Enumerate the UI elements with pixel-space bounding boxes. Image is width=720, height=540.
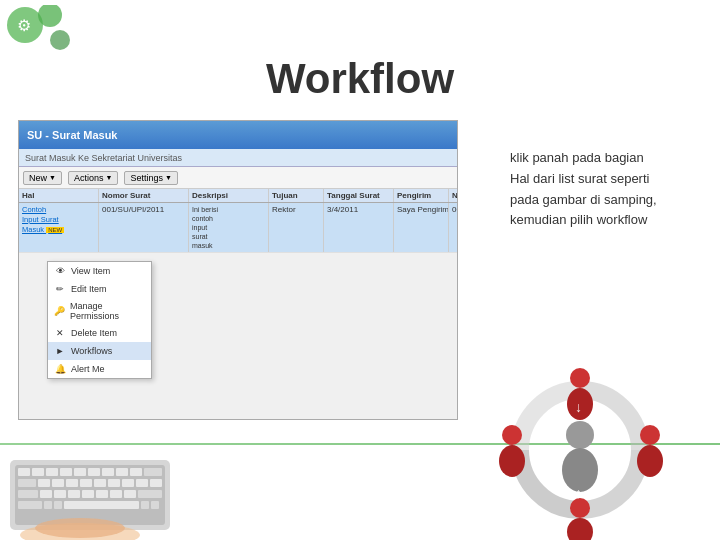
- page-title: Workflow: [0, 55, 720, 103]
- svg-rect-36: [44, 501, 52, 509]
- cell-nomor-surat: 001/SU/UPI/2011: [99, 203, 189, 252]
- actions-button[interactable]: Actions ▼: [68, 171, 118, 185]
- svg-rect-15: [144, 468, 162, 476]
- svg-rect-10: [74, 468, 86, 476]
- col-tujuan: Tujuan: [269, 189, 324, 202]
- svg-rect-25: [150, 479, 162, 487]
- svg-text:→: →: [608, 439, 622, 455]
- svg-rect-11: [88, 468, 100, 476]
- app-screenshot: SU - Surat Masuk Surat Masuk Ke Sekretar…: [18, 120, 458, 420]
- ctx-edit-item[interactable]: ✏ Edit Item: [48, 280, 151, 298]
- svg-text:←: ←: [548, 439, 562, 455]
- breadcrumb-bar: Surat Masuk Ke Sekretariat Universitas: [19, 149, 457, 167]
- cell-pengirim: Saya Pengirim: [394, 203, 449, 252]
- svg-rect-35: [18, 501, 42, 509]
- svg-point-44: [566, 421, 594, 449]
- delete-icon: ✕: [54, 327, 66, 339]
- key-icon: 🔑: [54, 305, 65, 317]
- svg-point-42: [35, 518, 125, 538]
- col-tanggal: Tanggal Surat: [324, 189, 394, 202]
- svg-rect-26: [18, 490, 38, 498]
- table-body: ContohInput SuratMasuk NEW 001/SU/UPI/20…: [19, 203, 457, 253]
- svg-rect-19: [66, 479, 78, 487]
- ctx-manage-permissions[interactable]: 🔑 Manage Permissions: [48, 298, 151, 324]
- workflow-diagram: → ← ↓ ↑: [460, 360, 700, 540]
- svg-rect-12: [102, 468, 114, 476]
- svg-rect-29: [68, 490, 80, 498]
- svg-text:↓: ↓: [575, 399, 582, 415]
- ctx-view-item[interactable]: 👁 View Item: [48, 262, 151, 280]
- svg-text:↑: ↑: [575, 485, 582, 501]
- table-row[interactable]: ContohInput SuratMasuk NEW 001/SU/UPI/20…: [19, 203, 457, 253]
- svg-rect-33: [124, 490, 136, 498]
- col-deskripsi: Deskripsi: [189, 189, 269, 202]
- svg-rect-24: [136, 479, 148, 487]
- new-button[interactable]: New ▼: [23, 171, 62, 185]
- svg-rect-18: [52, 479, 64, 487]
- svg-rect-37: [54, 501, 62, 509]
- workflow-icon: ►: [54, 345, 66, 357]
- breadcrumb-text: Surat Masuk Ke Sekretariat Universitas: [25, 153, 182, 163]
- col-agenda: Nomor Agenda: [449, 189, 458, 202]
- svg-rect-21: [94, 479, 106, 487]
- svg-point-50: [570, 498, 590, 518]
- svg-rect-17: [38, 479, 50, 487]
- cell-agenda: 001: [449, 203, 458, 252]
- keyboard-illustration: [0, 440, 200, 540]
- edit-icon: ✏: [54, 283, 66, 295]
- svg-rect-6: [18, 468, 30, 476]
- cell-deskripsi: Ini berisicontohinputsuratmasuk: [189, 203, 269, 252]
- svg-point-53: [499, 445, 525, 477]
- view-icon: 👁: [54, 265, 66, 277]
- svg-rect-28: [54, 490, 66, 498]
- app-header: SU - Surat Masuk: [19, 121, 457, 149]
- col-pengirim: Pengirim: [394, 189, 449, 202]
- ctx-delete-item[interactable]: ✕ Delete Item: [48, 324, 151, 342]
- svg-rect-9: [60, 468, 72, 476]
- svg-point-52: [502, 425, 522, 445]
- svg-rect-23: [122, 479, 134, 487]
- description-text: klik panah pada bagian Hal dari list sur…: [510, 148, 665, 231]
- col-hal: Hal: [19, 189, 99, 202]
- svg-rect-7: [32, 468, 44, 476]
- cell-hal: ContohInput SuratMasuk NEW: [19, 203, 99, 252]
- svg-rect-38: [64, 501, 139, 509]
- svg-rect-40: [151, 501, 159, 509]
- context-menu: 👁 View Item ✏ Edit Item 🔑 Manage Permiss…: [47, 261, 152, 379]
- svg-rect-39: [141, 501, 149, 509]
- ctx-workflows[interactable]: ► Workflows: [48, 342, 151, 360]
- svg-rect-14: [130, 468, 142, 476]
- ctx-alert-me[interactable]: 🔔 Alert Me: [48, 360, 151, 378]
- svg-rect-30: [82, 490, 94, 498]
- svg-rect-22: [108, 479, 120, 487]
- svg-rect-32: [110, 490, 122, 498]
- col-nomor-surat: Nomor Surat: [99, 189, 189, 202]
- svg-point-49: [637, 445, 663, 477]
- settings-button[interactable]: Settings ▼: [124, 171, 177, 185]
- svg-rect-8: [46, 468, 58, 476]
- svg-rect-34: [138, 490, 162, 498]
- toolbar-row: New ▼ Actions ▼ Settings ▼: [19, 167, 457, 189]
- table-header: Hal Nomor Surat Deskripsi Tujuan Tanggal…: [19, 189, 457, 203]
- svg-rect-16: [18, 479, 36, 487]
- alert-icon: 🔔: [54, 363, 66, 375]
- svg-rect-13: [116, 468, 128, 476]
- cell-tujuan: Rektor: [269, 203, 324, 252]
- svg-rect-27: [40, 490, 52, 498]
- svg-point-48: [640, 425, 660, 445]
- svg-rect-31: [96, 490, 108, 498]
- svg-point-2: [50, 30, 70, 50]
- svg-point-46: [570, 368, 590, 388]
- svg-rect-20: [80, 479, 92, 487]
- svg-text:⚙: ⚙: [17, 17, 31, 34]
- app-header-title: SU - Surat Masuk: [27, 129, 117, 141]
- cell-tanggal: 3/4/2011: [324, 203, 394, 252]
- svg-point-51: [567, 518, 593, 540]
